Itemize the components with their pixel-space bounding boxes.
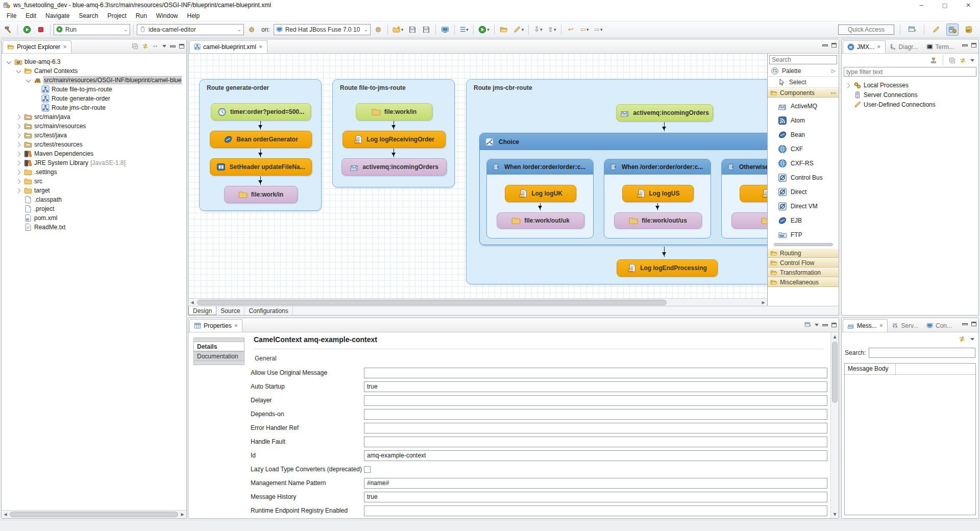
palette-item-control-bus[interactable]: Control Bus (778, 172, 839, 183)
chevron-collapsed-icon[interactable] (845, 82, 851, 89)
delayer-field[interactable] (364, 395, 827, 406)
canvas-node-file-endpoint[interactable]: file:work/in (224, 186, 298, 203)
run-button[interactable] (21, 23, 33, 36)
palette-item-bean[interactable]: Bean (778, 129, 839, 140)
menu-search[interactable]: Search (74, 11, 103, 20)
back-button[interactable]: ⇦▾ (578, 23, 591, 36)
properties-vertical-scrollbar[interactable]: ▲ ▼ (830, 332, 839, 518)
scroll-up-icon[interactable]: ▲ (831, 333, 839, 340)
palette-scroll-indicator[interactable] (774, 243, 833, 246)
tree-item-target[interactable]: target (2, 186, 186, 195)
server-settings-button[interactable] (372, 23, 384, 36)
management-name-pattern-field[interactable] (364, 478, 827, 489)
console-button[interactable] (439, 23, 451, 36)
focus-icon[interactable] (152, 43, 159, 50)
tree-item-route[interactable]: Route jms-cbr-route (2, 103, 186, 112)
scroll-left-icon[interactable]: ◀ (2, 511, 9, 518)
chevron-expanded-icon[interactable] (15, 68, 22, 75)
route-container-file-to-jms[interactable]: Route file-to-jms-route file:work/in Log… (332, 79, 455, 187)
tree-item-src[interactable]: src (2, 177, 186, 186)
tree-item-route[interactable]: Route generate-order (2, 94, 186, 103)
open-perspective-button[interactable] (906, 23, 918, 36)
scroll-right-icon[interactable]: ▶ (760, 299, 767, 306)
explorer-horizontal-scrollbar[interactable]: ◀ ▶ (2, 510, 186, 518)
tab-diagram[interactable]: Diagr... (886, 40, 922, 53)
minimize-icon[interactable] (962, 323, 968, 325)
canvas-node-timer[interactable]: timer:order?period=500... (211, 103, 311, 120)
minimize-icon[interactable] (822, 324, 828, 326)
view-menu-icon[interactable] (970, 59, 974, 64)
tree-item-project[interactable]: blue-amq-6.3 (2, 57, 186, 66)
annotate-button[interactable]: ▾ (511, 23, 526, 36)
camel-route-canvas[interactable]: Route generate-order timer:order?period=… (188, 54, 839, 306)
scroll-right-icon[interactable]: ▶ (179, 511, 186, 518)
palette-drawer-routing[interactable]: Routing (768, 248, 839, 258)
palette-item-direct-vm[interactable]: Direct VM (778, 201, 839, 211)
tab-design[interactable]: Design (188, 306, 216, 315)
palette-search-input[interactable] (769, 55, 837, 64)
tab-source[interactable]: Source (216, 306, 244, 315)
palette-item-cxf-rs[interactable]: CXF-RS (778, 158, 839, 168)
route-container-generate-order[interactable]: Route generate-order timer:order?period=… (199, 79, 322, 211)
chevron-collapsed-icon[interactable] (15, 123, 22, 130)
chevron-expanded-icon[interactable] (6, 59, 12, 65)
scroll-left-icon[interactable]: ◀ (188, 299, 196, 306)
menu-help[interactable]: Help (183, 11, 205, 20)
tab-properties[interactable]: Properties ✕ (189, 319, 242, 332)
chevron-collapsed-icon[interactable] (15, 187, 22, 194)
tree-item-camel-context-file[interactable]: src/main/resources/OSGI-INF/blueprint/ca… (2, 76, 186, 85)
minimize-window-button[interactable]: ─ (910, 0, 933, 10)
new-connection-icon[interactable] (930, 57, 937, 64)
launch-config-combo[interactable]: idea-camel-editor ⌄ (137, 24, 244, 35)
menu-window[interactable]: Window (152, 11, 183, 20)
palette-item-atom[interactable]: Atom (778, 115, 839, 126)
menu-project[interactable]: Project (103, 11, 131, 20)
server-combo[interactable]: Red Hat JBoss Fuse 7.0 10 ⌄ (274, 24, 371, 35)
run-config-button[interactable]: ▾ (477, 23, 491, 36)
chevron-collapsed-icon[interactable] (15, 169, 22, 176)
open-resource-button[interactable] (498, 23, 510, 36)
maximize-icon[interactable] (971, 322, 976, 326)
tree-item-settings[interactable]: .settings (2, 167, 186, 177)
palette-item-ejb[interactable]: EJB (778, 215, 839, 226)
close-icon[interactable]: ✕ (879, 323, 884, 328)
menu-navigate[interactable]: Navigate (41, 11, 74, 20)
maximize-window-button[interactable]: ▢ (933, 0, 957, 10)
next-annotation-button[interactable]: ⇩▾ (532, 23, 544, 36)
auto-startup-field[interactable] (364, 381, 827, 392)
jmx-item-server-connections[interactable]: Server Connections (845, 90, 978, 100)
canvas-node-bean[interactable]: Bean orderGenerator (210, 131, 312, 148)
new-wizard-button[interactable]: ▾ (391, 23, 405, 36)
chevron-collapsed-icon[interactable] (15, 114, 22, 120)
close-window-button[interactable]: ✕ (957, 0, 980, 10)
tab-configurations[interactable]: Configurations (244, 306, 292, 315)
depends-on-field[interactable] (364, 409, 827, 420)
lazy-load-type-converters-checkbox[interactable] (364, 466, 371, 473)
tab-camel-blueprint[interactable]: camel-blueprint.xml ✕ (189, 40, 267, 53)
choice-header[interactable]: Choice (480, 133, 816, 150)
previous-annotation-button[interactable]: ⇧▾ (546, 23, 558, 36)
tab-servers[interactable]: Serv... (888, 319, 922, 332)
tab-messages[interactable]: Mess... ✕ (843, 319, 888, 332)
mark-occurrences-button[interactable]: ☰▾ (458, 23, 470, 36)
when-branch-us[interactable]: When /order:order/order:c... Log logUS f… (604, 159, 711, 238)
canvas-horizontal-scrollbar[interactable]: ◀ ▶ (188, 298, 767, 306)
jmx-item-local-processes[interactable]: Local Processes (845, 81, 978, 90)
chevron-collapsed-icon[interactable] (15, 151, 22, 157)
tab-terminal[interactable]: Term... (922, 40, 959, 53)
when-branch-uk[interactable]: When /order:order/order:c... Log logUK f… (486, 159, 594, 238)
minimize-icon[interactable] (822, 44, 828, 46)
message-history-field[interactable] (364, 492, 827, 502)
palette-drawer-components[interactable]: Components «» (768, 88, 839, 98)
menu-run[interactable]: Run (131, 11, 152, 20)
close-icon[interactable]: ✕ (63, 44, 67, 50)
tab-project-explorer[interactable]: Project Explorer ✕ (3, 40, 71, 53)
canvas-node-activemq-endpoint[interactable]: activemq:incomingOrders (341, 158, 447, 176)
stop-button[interactable] (35, 23, 47, 36)
tree-item-jre-library[interactable]: JRE System Library[JavaSE-1.8] (2, 158, 186, 167)
palette-item-ftp[interactable]: FTP (778, 229, 839, 240)
allow-use-original-message-field[interactable] (364, 368, 827, 378)
chevron-expanded-icon[interactable] (25, 77, 32, 84)
close-icon[interactable]: ✕ (259, 44, 263, 50)
close-icon[interactable]: ✕ (234, 323, 238, 328)
